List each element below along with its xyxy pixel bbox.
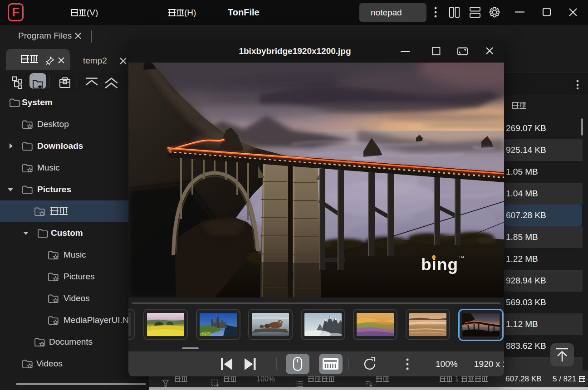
- svg-text:TM: TM: [459, 255, 464, 259]
- svg-text:bing: bing: [421, 255, 458, 274]
